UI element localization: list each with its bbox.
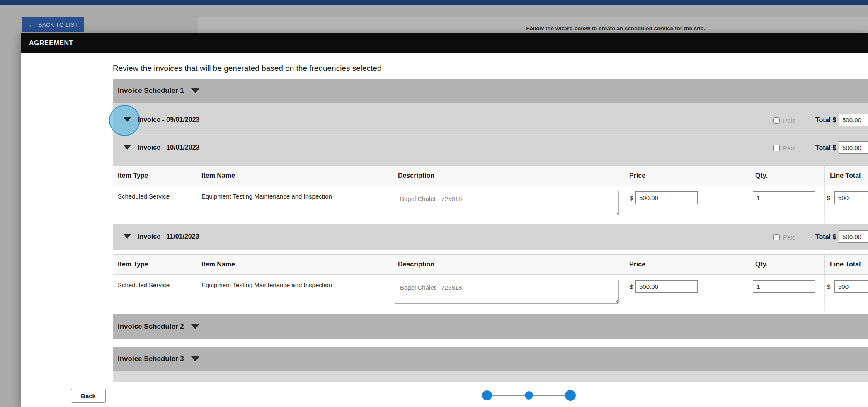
- col-header-qty: Qty.: [750, 255, 825, 274]
- description-textarea[interactable]: Bagel Chalet - 725818: [395, 191, 619, 215]
- stepper-dot-3[interactable]: [565, 390, 576, 401]
- line-total-input[interactable]: [834, 191, 868, 204]
- qty-input[interactable]: [753, 191, 815, 204]
- col-header-line-total: Line Total: [825, 166, 868, 186]
- invoice-1-paid-label: Paid: [783, 117, 795, 124]
- scheduler-3-header[interactable]: Invoice Scheduler 3: [113, 347, 868, 371]
- invoice-3-total-label: Total $: [815, 233, 836, 241]
- invoice-3-label: Invoice - 11/01/2023: [138, 233, 199, 240]
- item-type-text: Scheduled Service: [118, 281, 170, 288]
- price-currency-label: $: [630, 194, 633, 201]
- qty-cell: [750, 186, 825, 223]
- col-header-item-type: Item Type: [113, 255, 196, 274]
- invoice-1-total-label: Total $: [815, 116, 836, 124]
- invoice-2-collapse-triangle-icon[interactable]: [124, 145, 131, 150]
- top-navbar: [0, 0, 868, 5]
- description-cell: Bagel Chalet - 725818: [393, 186, 624, 223]
- invoice-1-paid-checkbox[interactable]: [773, 117, 780, 124]
- table-header-row: Item Type Item Name Description Price Qt…: [113, 166, 868, 186]
- invoice-2-paid-checkbox[interactable]: [773, 145, 780, 151]
- description-textarea[interactable]: Bagel Chalet - 725818: [395, 280, 619, 304]
- chevron-down-icon: [191, 88, 199, 93]
- col-header-item-name: Item Name: [196, 166, 393, 186]
- price-cell: $: [624, 186, 750, 223]
- invoice-2-total-label: Total $: [815, 144, 836, 152]
- description-cell: Bagel Chalet - 725818: [393, 275, 624, 311]
- table-header-row: Item Type Item Name Description Price Qt…: [113, 254, 868, 275]
- chevron-down-icon: [191, 356, 199, 361]
- invoice-3-total-input[interactable]: [839, 230, 868, 243]
- col-header-price: Price: [624, 166, 750, 186]
- table-row: Scheduled Service Equipment Testing Main…: [113, 275, 868, 311]
- line-total-cell: $: [825, 275, 868, 311]
- price-currency-label: $: [630, 283, 633, 290]
- stepper-dot-1[interactable]: [482, 390, 492, 400]
- stepper-dot-2[interactable]: [525, 391, 533, 400]
- item-type-text: Scheduled Service: [118, 193, 170, 200]
- invoice-row-divider: [113, 134, 868, 135]
- item-name-cell: Equipment Testing Maintenance and Inspec…: [196, 186, 393, 223]
- item-type-cell: Scheduled Service: [113, 186, 196, 223]
- col-header-qty: Qty.: [750, 166, 825, 186]
- scheduler-3-label: Invoice Scheduler 3: [118, 355, 184, 363]
- price-cell: $: [624, 275, 750, 311]
- modal-header: AGREEMENT: [21, 33, 868, 53]
- price-input[interactable]: [635, 191, 698, 204]
- scheduler-1-label: Invoice Scheduler 1: [118, 87, 184, 95]
- item-name-text: Equipment Testing Maintenance and Inspec…: [201, 281, 332, 288]
- invoice-2-paid-label: Paid: [783, 145, 795, 152]
- agreement-modal: AGREEMENT Review the invoices that will …: [21, 33, 868, 407]
- invoice-2-label: Invoice - 10/01/2023: [138, 144, 199, 151]
- col-header-description: Description: [393, 255, 624, 274]
- invoice-1-label: Invoice - 09/01/2023: [138, 116, 199, 124]
- line-total-input[interactable]: [834, 280, 868, 293]
- line-total-currency-label: $: [827, 194, 830, 201]
- scheduler-1-header[interactable]: Invoice Scheduler 1: [113, 79, 868, 103]
- chevron-down-icon: [191, 324, 199, 329]
- screen: ← BACK TO LIST Follow the wizard below t…: [0, 0, 868, 407]
- invoice-3-paid-label: Paid: [783, 234, 795, 241]
- modal-title: AGREEMENT: [29, 39, 73, 47]
- scheduler-2-header[interactable]: Invoice Scheduler 2: [113, 314, 868, 339]
- invoice-2-total-input[interactable]: [839, 141, 868, 154]
- invoice-3-paid-checkbox[interactable]: [773, 234, 780, 240]
- line-total-cell: $: [825, 186, 868, 223]
- invoice-2-line-items-table: Item Type Item Name Description Price Qt…: [113, 166, 868, 223]
- item-type-cell: Scheduled Service: [113, 275, 196, 311]
- qty-input[interactable]: [753, 280, 815, 293]
- invoice-1-collapse-triangle-icon[interactable]: [124, 117, 131, 122]
- price-input[interactable]: [635, 280, 698, 293]
- invoice-row-region: [113, 224, 868, 250]
- scheduler-2-label: Invoice Scheduler 2: [118, 322, 184, 331]
- back-button[interactable]: Back: [71, 389, 106, 403]
- invoice-3-collapse-triangle-icon[interactable]: [124, 234, 131, 239]
- col-header-item-name: Item Name: [196, 255, 393, 274]
- col-header-item-type: Item Type: [113, 166, 196, 186]
- invoice-1-total-input[interactable]: [839, 114, 868, 126]
- invoice-3-line-items-table: Item Type Item Name Description Price Qt…: [113, 254, 868, 311]
- qty-cell: [750, 275, 825, 311]
- item-name-text: Equipment Testing Maintenance and Inspec…: [201, 193, 332, 200]
- line-total-currency-label: $: [827, 283, 830, 290]
- instruction-text: Review the invoices that will be generat…: [113, 64, 382, 73]
- table-row: Scheduled Service Equipment Testing Main…: [113, 186, 868, 223]
- col-header-line-total: Line Total: [825, 255, 868, 274]
- content-bottom-strip: [113, 371, 868, 382]
- item-name-cell: Equipment Testing Maintenance and Inspec…: [196, 275, 393, 311]
- col-header-price: Price: [624, 255, 750, 274]
- col-header-description: Description: [393, 166, 624, 186]
